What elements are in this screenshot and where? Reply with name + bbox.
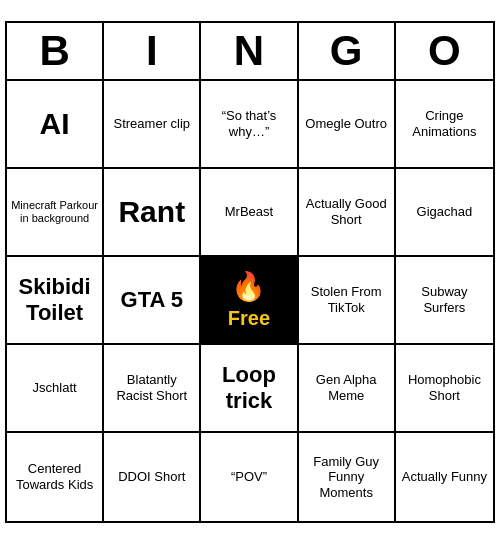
bingo-letter-i: I	[104, 23, 201, 79]
bingo-cell-21: DDOI Short	[104, 433, 201, 521]
bingo-header: BINGO	[7, 23, 493, 81]
bingo-cell-12: 🔥Free	[201, 257, 298, 345]
bingo-cell-6: Rant	[104, 169, 201, 257]
fire-icon: 🔥	[231, 270, 266, 304]
bingo-cell-18: Gen Alpha Meme	[299, 345, 396, 433]
bingo-cell-15: Jschlatt	[7, 345, 104, 433]
bingo-cell-24: Actually Funny	[396, 433, 493, 521]
bingo-cell-2: “So that’s why…”	[201, 81, 298, 169]
bingo-grid: AIStreamer clip“So that’s why…”Omegle Ou…	[7, 81, 493, 521]
bingo-cell-5: Minecraft Parkour in background	[7, 169, 104, 257]
bingo-letter-o: O	[396, 23, 493, 79]
bingo-letter-b: B	[7, 23, 104, 79]
bingo-cell-0: AI	[7, 81, 104, 169]
bingo-cell-1: Streamer clip	[104, 81, 201, 169]
bingo-cell-20: Centered Towards Kids	[7, 433, 104, 521]
bingo-cell-11: GTA 5	[104, 257, 201, 345]
bingo-cell-3: Omegle Outro	[299, 81, 396, 169]
bingo-cell-10: Skibidi Toilet	[7, 257, 104, 345]
bingo-cell-9: Gigachad	[396, 169, 493, 257]
bingo-letter-g: G	[299, 23, 396, 79]
free-label: Free	[228, 306, 270, 330]
bingo-cell-19: Homophobic Short	[396, 345, 493, 433]
bingo-cell-16: Blatantly Racist Short	[104, 345, 201, 433]
bingo-cell-13: Stolen From TikTok	[299, 257, 396, 345]
bingo-cell-7: MrBeast	[201, 169, 298, 257]
bingo-card: BINGO AIStreamer clip“So that’s why…”Ome…	[5, 21, 495, 523]
bingo-letter-n: N	[201, 23, 298, 79]
bingo-cell-22: “POV”	[201, 433, 298, 521]
bingo-cell-4: Cringe Animations	[396, 81, 493, 169]
bingo-cell-23: Family Guy Funny Moments	[299, 433, 396, 521]
bingo-cell-14: Subway Surfers	[396, 257, 493, 345]
bingo-cell-17: Loop trick	[201, 345, 298, 433]
bingo-cell-8: Actually Good Short	[299, 169, 396, 257]
